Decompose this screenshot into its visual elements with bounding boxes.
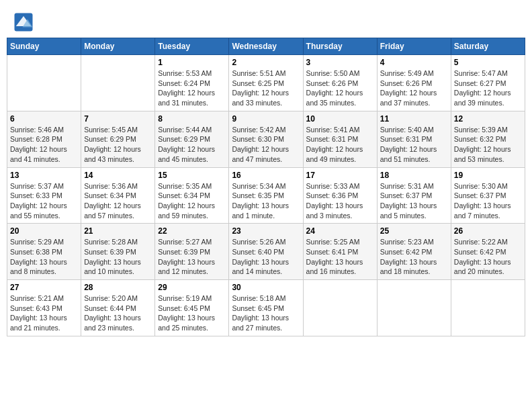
calendar-cell: 6Sunrise: 5:46 AM Sunset: 6:28 PM Daylig… (7, 111, 81, 167)
day-info: Sunrise: 5:33 AM Sunset: 6:36 PM Dayligh… (306, 181, 374, 221)
day-info: Sunrise: 5:28 AM Sunset: 6:39 PM Dayligh… (84, 237, 152, 277)
calendar-cell: 29Sunrise: 5:19 AM Sunset: 6:45 PM Dayli… (155, 280, 229, 336)
weekday-header: Monday (81, 38, 155, 55)
weekday-header: Tuesday (155, 38, 229, 55)
day-info: Sunrise: 5:31 AM Sunset: 6:37 PM Dayligh… (380, 181, 448, 221)
day-number: 4 (380, 58, 448, 67)
logo (13, 12, 35, 32)
calendar-cell: 26Sunrise: 5:22 AM Sunset: 6:42 PM Dayli… (451, 224, 525, 280)
weekday-header: Sunday (7, 38, 81, 55)
calendar-cell: 16Sunrise: 5:34 AM Sunset: 6:35 PM Dayli… (229, 167, 303, 224)
day-number: 8 (158, 114, 226, 124)
day-number: 24 (306, 226, 374, 236)
day-number: 27 (10, 283, 78, 292)
calendar-cell: 18Sunrise: 5:31 AM Sunset: 6:37 PM Dayli… (377, 167, 451, 224)
calendar-cell: 22Sunrise: 5:27 AM Sunset: 6:39 PM Dayli… (155, 224, 229, 280)
weekday-header: Thursday (303, 38, 377, 55)
calendar-cell: 17Sunrise: 5:33 AM Sunset: 6:36 PM Dayli… (303, 167, 377, 224)
day-info: Sunrise: 5:45 AM Sunset: 6:29 PM Dayligh… (84, 125, 152, 165)
calendar-cell: 3Sunrise: 5:50 AM Sunset: 6:26 PM Daylig… (303, 55, 377, 111)
day-number: 7 (84, 114, 152, 124)
day-number: 28 (84, 283, 152, 292)
day-number: 23 (232, 226, 300, 236)
day-info: Sunrise: 5:23 AM Sunset: 6:42 PM Dayligh… (380, 237, 448, 277)
day-number: 20 (10, 226, 78, 236)
day-number: 11 (380, 114, 448, 124)
day-number: 2 (232, 58, 300, 67)
calendar-cell: 28Sunrise: 5:20 AM Sunset: 6:44 PM Dayli… (81, 280, 155, 336)
calendar-cell (81, 55, 155, 111)
day-info: Sunrise: 5:18 AM Sunset: 6:45 PM Dayligh… (232, 293, 300, 333)
day-info: Sunrise: 5:29 AM Sunset: 6:38 PM Dayligh… (10, 237, 78, 277)
day-number: 16 (232, 171, 300, 180)
day-number: 14 (84, 171, 152, 180)
calendar-week-row: 13Sunrise: 5:37 AM Sunset: 6:33 PM Dayli… (7, 167, 525, 224)
day-number: 22 (158, 226, 226, 236)
calendar-cell: 10Sunrise: 5:41 AM Sunset: 6:31 PM Dayli… (303, 111, 377, 167)
day-info: Sunrise: 5:39 AM Sunset: 6:32 PM Dayligh… (454, 125, 522, 165)
day-info: Sunrise: 5:34 AM Sunset: 6:35 PM Dayligh… (232, 181, 300, 221)
day-info: Sunrise: 5:44 AM Sunset: 6:29 PM Dayligh… (158, 125, 226, 165)
calendar-cell: 7Sunrise: 5:45 AM Sunset: 6:29 PM Daylig… (81, 111, 155, 167)
calendar-cell: 23Sunrise: 5:26 AM Sunset: 6:40 PM Dayli… (229, 224, 303, 280)
day-info: Sunrise: 5:49 AM Sunset: 6:26 PM Dayligh… (380, 68, 448, 108)
calendar-cell: 9Sunrise: 5:42 AM Sunset: 6:30 PM Daylig… (229, 111, 303, 167)
day-number: 25 (380, 226, 448, 236)
day-info: Sunrise: 5:19 AM Sunset: 6:45 PM Dayligh… (158, 293, 226, 333)
day-number: 12 (454, 114, 522, 124)
calendar-week-row: 1Sunrise: 5:53 AM Sunset: 6:24 PM Daylig… (7, 55, 525, 111)
day-info: Sunrise: 5:35 AM Sunset: 6:34 PM Dayligh… (158, 181, 226, 221)
day-info: Sunrise: 5:22 AM Sunset: 6:42 PM Dayligh… (454, 237, 522, 277)
calendar: SundayMondayTuesdayWednesdayThursdayFrid… (7, 38, 525, 336)
day-info: Sunrise: 5:41 AM Sunset: 6:31 PM Dayligh… (306, 125, 374, 165)
calendar-cell (7, 55, 81, 111)
calendar-cell: 8Sunrise: 5:44 AM Sunset: 6:29 PM Daylig… (155, 111, 229, 167)
day-info: Sunrise: 5:50 AM Sunset: 6:26 PM Dayligh… (306, 68, 374, 108)
calendar-cell (303, 280, 377, 336)
day-info: Sunrise: 5:27 AM Sunset: 6:39 PM Dayligh… (158, 237, 226, 277)
day-number: 15 (158, 171, 226, 180)
calendar-week-row: 20Sunrise: 5:29 AM Sunset: 6:38 PM Dayli… (7, 224, 525, 280)
calendar-cell: 24Sunrise: 5:25 AM Sunset: 6:41 PM Dayli… (303, 224, 377, 280)
day-info: Sunrise: 5:51 AM Sunset: 6:25 PM Dayligh… (232, 68, 300, 108)
day-number: 5 (454, 58, 522, 67)
day-info: Sunrise: 5:53 AM Sunset: 6:24 PM Dayligh… (158, 68, 226, 108)
day-info: Sunrise: 5:21 AM Sunset: 6:43 PM Dayligh… (10, 293, 78, 333)
day-number: 6 (10, 114, 78, 124)
day-info: Sunrise: 5:25 AM Sunset: 6:41 PM Dayligh… (306, 237, 374, 277)
calendar-cell (451, 280, 525, 336)
header (7, 7, 525, 35)
day-info: Sunrise: 5:40 AM Sunset: 6:31 PM Dayligh… (380, 125, 448, 165)
day-info: Sunrise: 5:26 AM Sunset: 6:40 PM Dayligh… (232, 237, 300, 277)
logo-icon (13, 12, 34, 32)
day-info: Sunrise: 5:36 AM Sunset: 6:34 PM Dayligh… (84, 181, 152, 221)
day-number: 21 (84, 226, 152, 236)
day-info: Sunrise: 5:37 AM Sunset: 6:33 PM Dayligh… (10, 181, 78, 221)
weekday-header: Wednesday (229, 38, 303, 55)
calendar-cell: 1Sunrise: 5:53 AM Sunset: 6:24 PM Daylig… (155, 55, 229, 111)
calendar-cell: 21Sunrise: 5:28 AM Sunset: 6:39 PM Dayli… (81, 224, 155, 280)
day-number: 1 (158, 58, 226, 67)
calendar-cell: 19Sunrise: 5:30 AM Sunset: 6:37 PM Dayli… (451, 167, 525, 224)
calendar-cell: 5Sunrise: 5:47 AM Sunset: 6:27 PM Daylig… (451, 55, 525, 111)
calendar-cell: 15Sunrise: 5:35 AM Sunset: 6:34 PM Dayli… (155, 167, 229, 224)
calendar-cell: 20Sunrise: 5:29 AM Sunset: 6:38 PM Dayli… (7, 224, 81, 280)
day-number: 13 (10, 171, 78, 180)
day-number: 29 (158, 283, 226, 292)
calendar-week-row: 27Sunrise: 5:21 AM Sunset: 6:43 PM Dayli… (7, 280, 525, 336)
calendar-cell: 25Sunrise: 5:23 AM Sunset: 6:42 PM Dayli… (377, 224, 451, 280)
calendar-cell: 30Sunrise: 5:18 AM Sunset: 6:45 PM Dayli… (229, 280, 303, 336)
calendar-cell: 12Sunrise: 5:39 AM Sunset: 6:32 PM Dayli… (451, 111, 525, 167)
day-info: Sunrise: 5:30 AM Sunset: 6:37 PM Dayligh… (454, 181, 522, 221)
day-info: Sunrise: 5:42 AM Sunset: 6:30 PM Dayligh… (232, 125, 300, 165)
day-number: 17 (306, 171, 374, 180)
calendar-cell: 4Sunrise: 5:49 AM Sunset: 6:26 PM Daylig… (377, 55, 451, 111)
day-number: 3 (306, 58, 374, 67)
weekday-header: Saturday (451, 38, 525, 55)
day-number: 18 (380, 171, 448, 180)
day-number: 10 (306, 114, 374, 124)
weekday-header-row: SundayMondayTuesdayWednesdayThursdayFrid… (7, 38, 525, 55)
calendar-cell (377, 280, 451, 336)
day-info: Sunrise: 5:20 AM Sunset: 6:44 PM Dayligh… (84, 293, 152, 333)
day-number: 30 (232, 283, 300, 292)
